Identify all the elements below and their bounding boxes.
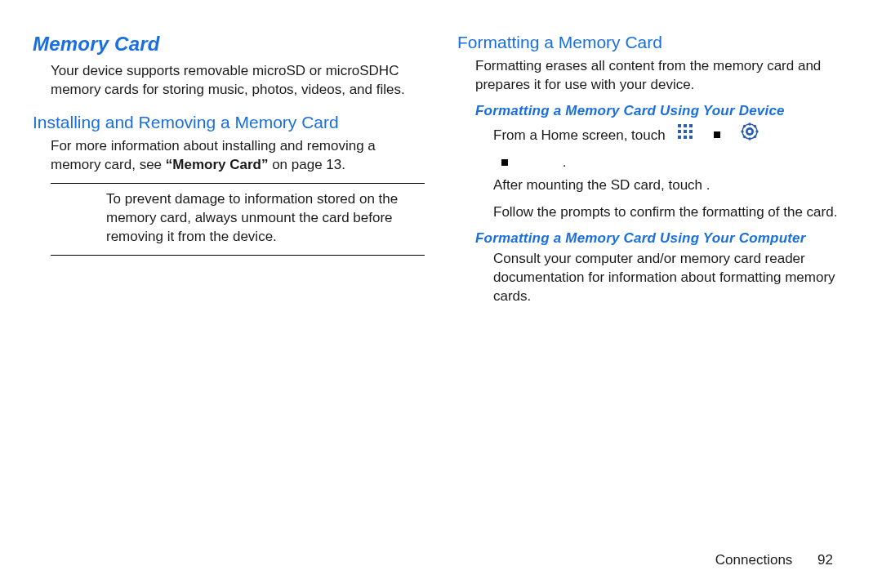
svg-point-12 — [741, 130, 743, 132]
memory-card-intro-text: Your device supports removable microSD o… — [51, 62, 425, 100]
format-device-step-3: Follow the prompts to confirm the format… — [493, 203, 849, 222]
left-column: Memory Card Your device supports removab… — [33, 33, 425, 314]
svg-point-14 — [743, 125, 746, 127]
subsection-installing-removing: Installing and Removing a Memory Card — [33, 113, 425, 132]
step1-pre-text: From a Home screen, touch — [493, 127, 666, 142]
svg-point-17 — [754, 136, 756, 138]
important-note-text: To prevent damage to information stored … — [106, 190, 425, 247]
page-footer: Connections 92 — [715, 552, 833, 568]
svg-rect-2 — [689, 124, 693, 127]
settings-gear-icon — [741, 122, 759, 147]
svg-point-15 — [754, 125, 756, 127]
format-device-step-2: After mounting the SD card, touch . — [493, 176, 849, 195]
format-computer-body: Consult your computer and/or memory card… — [493, 250, 849, 306]
step-arrow-icon — [714, 131, 720, 138]
format-device-step-1: From a Home screen, touch — [493, 122, 849, 147]
svg-rect-4 — [684, 130, 687, 133]
installing-removing-body: For more information about installing an… — [51, 137, 425, 175]
format-device-step-1b: . — [493, 150, 849, 173]
svg-rect-7 — [684, 136, 687, 139]
step-arrow-icon — [501, 159, 508, 166]
two-column-layout: Memory Card Your device supports removab… — [33, 33, 849, 314]
svg-rect-5 — [689, 130, 693, 133]
svg-rect-1 — [684, 124, 687, 127]
svg-point-10 — [748, 122, 751, 125]
svg-rect-0 — [678, 124, 681, 127]
step1-period: . — [520, 154, 567, 170]
subsection-formatting: Formatting a Memory Card — [457, 33, 849, 52]
important-note-box: To prevent damage to information stored … — [51, 183, 425, 256]
svg-point-16 — [743, 136, 746, 138]
section-title-memory-card: Memory Card — [33, 33, 425, 56]
svg-rect-3 — [678, 130, 681, 133]
apps-grid-icon — [677, 123, 693, 146]
subsubsection-format-device: Formatting a Memory Card Using Your Devi… — [475, 103, 849, 119]
footer-section-label: Connections — [715, 552, 793, 568]
manual-page: Memory Card Your device supports removab… — [0, 0, 882, 588]
body-bold-reference: “Memory Card” — [166, 157, 269, 172]
formatting-intro-text: Formatting erases all content from the m… — [475, 57, 849, 95]
svg-rect-8 — [689, 136, 693, 139]
body-post: on page 13. — [268, 157, 345, 172]
svg-point-19 — [748, 130, 752, 134]
footer-page-number: 92 — [817, 552, 833, 568]
svg-point-11 — [748, 137, 751, 140]
right-column: Formatting a Memory Card Formatting eras… — [457, 33, 849, 314]
svg-rect-6 — [678, 136, 681, 139]
subsubsection-format-computer: Formatting a Memory Card Using Your Comp… — [475, 230, 849, 247]
svg-point-13 — [755, 130, 758, 132]
